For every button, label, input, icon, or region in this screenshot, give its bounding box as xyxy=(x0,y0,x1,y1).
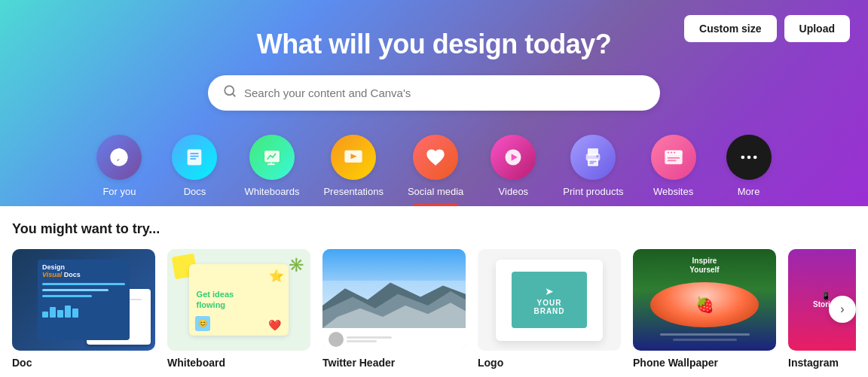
more-icon xyxy=(726,135,772,180)
cards-wrapper: DesignVisual Docs xyxy=(12,249,856,369)
section-title: You might want to try... xyxy=(12,221,856,237)
card-doc-label: Doc xyxy=(12,357,155,369)
card-instagram-label: Instagram xyxy=(788,357,856,369)
category-label-docs: Docs xyxy=(184,186,206,197)
whiteboards-icon xyxy=(249,135,295,180)
search-bar-container xyxy=(15,75,853,111)
svg-point-29 xyxy=(747,156,750,160)
svg-rect-6 xyxy=(191,158,197,160)
sidebar-item-social-media[interactable]: Social media xyxy=(396,129,475,206)
svg-line-1 xyxy=(232,93,234,96)
videos-icon xyxy=(491,135,536,180)
twitter-header-thumbnail xyxy=(322,249,466,351)
header-banner: Custom size Upload What will you design … xyxy=(0,0,868,206)
card-logo-label: Logo xyxy=(478,357,621,369)
svg-rect-26 xyxy=(667,157,679,159)
social-media-icon xyxy=(413,135,458,180)
svg-rect-3 xyxy=(188,150,202,166)
sidebar-item-whiteboards[interactable]: Whiteboards xyxy=(232,129,311,206)
card-whiteboard-label: Whiteboard xyxy=(167,357,310,369)
category-label-websites: Websites xyxy=(653,186,693,197)
sidebar-item-videos[interactable]: Videos xyxy=(475,129,551,206)
svg-point-20 xyxy=(597,155,600,158)
card-doc[interactable]: DesignVisual Docs xyxy=(12,249,155,369)
card-phone-wallpaper-label: Phone Wallpaper xyxy=(633,357,776,369)
category-label-whiteboards: Whiteboards xyxy=(244,186,299,197)
whiteboard-thumbnail: Get ideasflowing ⭐ ❤️ 😊 ✳️ xyxy=(167,249,310,351)
sidebar-item-for-you[interactable]: For you xyxy=(81,129,157,206)
svg-point-28 xyxy=(741,156,744,160)
sidebar-item-print-products[interactable]: Print products xyxy=(551,129,635,206)
websites-icon xyxy=(651,135,696,180)
cards-container: DesignVisual Docs xyxy=(12,249,856,369)
card-twitter-header[interactable]: Twitter Header xyxy=(322,249,466,369)
doc-thumbnail: DesignVisual Docs xyxy=(12,249,155,351)
custom-size-button[interactable]: Custom size xyxy=(684,15,776,42)
svg-point-25 xyxy=(674,151,675,153)
card-phone-wallpaper[interactable]: InspireYourself 🍓 Phone Wallpaper xyxy=(633,249,776,369)
sidebar-item-more[interactable]: More xyxy=(711,129,787,206)
presentations-icon xyxy=(331,135,376,180)
header-actions: Custom size Upload xyxy=(684,15,850,42)
category-label-more: More xyxy=(738,186,760,197)
logo-thumbnail: ➤ YOURBRAND xyxy=(478,249,621,351)
search-bar xyxy=(208,75,660,111)
main-content: You might want to try... DesignVisual Do… xyxy=(0,206,868,377)
category-label-videos: Videos xyxy=(499,186,529,197)
upload-button[interactable]: Upload xyxy=(784,15,850,42)
category-label-presentations: Presentations xyxy=(323,186,384,197)
svg-rect-19 xyxy=(590,163,594,164)
card-whiteboard[interactable]: Get ideasflowing ⭐ ❤️ 😊 ✳️ Whiteboard xyxy=(167,249,310,369)
svg-rect-18 xyxy=(590,161,597,163)
category-label-print-products: Print products xyxy=(563,186,623,197)
svg-rect-5 xyxy=(191,156,200,157)
search-icon xyxy=(223,84,237,102)
category-label-for-you: For you xyxy=(102,186,136,197)
sidebar-item-websites[interactable]: Websites xyxy=(636,129,711,206)
category-nav: For you Docs xyxy=(15,129,853,206)
phone-wallpaper-thumbnail: InspireYourself 🍓 xyxy=(633,249,776,351)
docs-icon xyxy=(172,135,217,180)
next-arrow-button[interactable]: › xyxy=(829,296,856,323)
print-products-icon xyxy=(570,135,616,180)
sidebar-item-docs[interactable]: Docs xyxy=(157,129,232,206)
svg-rect-27 xyxy=(667,160,676,162)
for-you-icon xyxy=(96,135,142,180)
search-input[interactable] xyxy=(244,87,645,99)
sidebar-item-presentations[interactable]: Presentations xyxy=(311,129,396,206)
svg-rect-4 xyxy=(191,153,200,154)
card-logo[interactable]: ➤ YOURBRAND Logo xyxy=(478,249,621,369)
svg-point-24 xyxy=(670,151,671,153)
card-twitter-header-label: Twitter Header xyxy=(322,357,466,369)
svg-point-23 xyxy=(667,151,668,153)
category-label-social-media: Social media xyxy=(408,186,463,197)
svg-point-30 xyxy=(753,156,756,160)
